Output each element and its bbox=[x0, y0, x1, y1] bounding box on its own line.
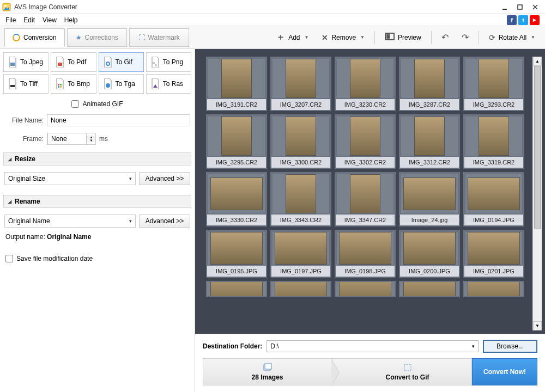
menu-view[interactable]: View bbox=[39, 15, 60, 25]
browse-button[interactable]: Browse... bbox=[483, 340, 537, 353]
thumbnail-caption: IMG_3347.CR2 bbox=[336, 215, 395, 225]
thumbnail-item[interactable]: IMG_0194.JPG bbox=[463, 172, 524, 226]
thumbnail-item[interactable]: IMG_0200.JPG bbox=[399, 230, 460, 278]
rotate-all-button[interactable]: ⟳ Rotate All ▼ bbox=[483, 29, 541, 46]
thumbnail-caption: IMG_0197.JPG bbox=[271, 266, 330, 277]
minimize-button[interactable] bbox=[497, 2, 512, 13]
menu-file[interactable]: File bbox=[2, 15, 19, 25]
thumbnail-grid: IMG_3191.CR2IMG_3207.CR2IMG_3230.CR2IMG_… bbox=[206, 57, 532, 297]
rename-header[interactable]: ◢ Rename bbox=[3, 195, 191, 208]
file-name-input[interactable] bbox=[47, 114, 190, 126]
format-bmp-button[interactable]: To Bmp bbox=[51, 74, 96, 94]
thumbnail-item[interactable]: IMG_3330.CR2 bbox=[206, 172, 267, 226]
vertical-scrollbar[interactable]: ▲ ▼ bbox=[532, 57, 542, 330]
right-panel: IMG_3191.CR2IMG_3207.CR2IMG_3230.CR2IMG_… bbox=[195, 49, 545, 392]
tab-watermark[interactable]: ⛶ Watermark bbox=[129, 28, 189, 47]
rename-advanced-button[interactable]: Advanced >> bbox=[139, 215, 190, 228]
thumbnail-item[interactable]: IMG_3295.CR2 bbox=[206, 114, 267, 169]
tab-corrections[interactable]: ★ Corrections bbox=[67, 28, 127, 47]
svg-rect-11 bbox=[153, 62, 155, 64]
thumbnail-item[interactable]: IMG_0197.JPG bbox=[270, 230, 331, 278]
scroll-down-button[interactable]: ▼ bbox=[533, 321, 542, 330]
thumbnail-item[interactable] bbox=[206, 281, 267, 297]
thumbnail-item[interactable]: IMG_3300.CR2 bbox=[270, 114, 331, 169]
remove-button[interactable]: ✕ Remove ▼ bbox=[316, 29, 370, 46]
thumbnail-item[interactable] bbox=[399, 281, 460, 297]
resize-advanced-button[interactable]: Advanced >> bbox=[139, 172, 190, 185]
thumbnail-item[interactable]: Image_24.jpg bbox=[399, 172, 460, 226]
rotate-all-icon: ⟳ bbox=[489, 33, 495, 42]
rotate-right-button[interactable]: ↷ bbox=[456, 29, 474, 46]
thumbnail-item[interactable] bbox=[463, 281, 524, 297]
svg-rect-15 bbox=[60, 84, 62, 85]
scroll-up-button[interactable]: ▲ bbox=[533, 57, 542, 66]
plus-icon: ＋ bbox=[276, 32, 285, 43]
convert-now-button[interactable]: Convert Now! bbox=[472, 358, 537, 385]
resize-combo[interactable]: Original Size bbox=[4, 172, 136, 185]
thumbnail-item[interactable]: IMG_3347.CR2 bbox=[335, 172, 396, 226]
frame-input[interactable] bbox=[47, 133, 87, 145]
scroll-thumb[interactable] bbox=[534, 66, 541, 229]
thumbnail-item[interactable]: IMG_3312.CR2 bbox=[399, 114, 460, 169]
thumbnail-item[interactable]: IMG_3319.CR2 bbox=[463, 114, 524, 169]
format-pdf-button[interactable]: To Pdf bbox=[51, 52, 96, 72]
thumbnail-image bbox=[465, 59, 522, 98]
facebook-icon[interactable]: f bbox=[507, 15, 517, 25]
youtube-icon[interactable]: ▸ bbox=[530, 15, 540, 25]
format-gif-button[interactable]: To Gif bbox=[99, 52, 144, 72]
thumbnail-item[interactable]: IMG_0198.JPG bbox=[335, 230, 396, 278]
thumbnail-image bbox=[272, 232, 329, 265]
format-tiff-button[interactable]: To Tiff bbox=[3, 74, 49, 94]
format-tga-button[interactable]: To Tga bbox=[99, 74, 144, 94]
thumbnail-caption: IMG_3319.CR2 bbox=[464, 157, 523, 168]
animated-gif-checkbox[interactable] bbox=[71, 100, 79, 108]
thumbnail-item[interactable]: IMG_3230.CR2 bbox=[335, 57, 396, 111]
thumbnail-item[interactable] bbox=[270, 281, 331, 297]
maximize-button[interactable] bbox=[512, 2, 528, 13]
thumbnail-item[interactable]: IMG_0201.JPG bbox=[463, 230, 524, 278]
fmt-label: To Pdf bbox=[68, 58, 86, 66]
ras-icon bbox=[151, 78, 160, 89]
conversion-icon bbox=[13, 34, 20, 41]
svg-rect-21 bbox=[404, 364, 411, 371]
svg-rect-9 bbox=[58, 63, 62, 66]
menu-edit[interactable]: Edit bbox=[20, 15, 38, 25]
thumbnail-caption: IMG_3330.CR2 bbox=[207, 215, 266, 225]
format-png-button[interactable]: To Png bbox=[146, 52, 191, 72]
add-button[interactable]: ＋ Add ▼ bbox=[271, 29, 314, 46]
save-date-label: Save file modification date bbox=[16, 255, 93, 262]
collapse-icon: ◢ bbox=[8, 199, 11, 204]
thumbnail-image bbox=[465, 117, 522, 156]
file-name-label: File Name: bbox=[4, 117, 44, 124]
twitter-icon[interactable]: t bbox=[518, 15, 528, 25]
output-name-label: Output name: bbox=[5, 233, 45, 241]
preview-button[interactable]: Preview bbox=[379, 29, 427, 46]
save-date-checkbox[interactable] bbox=[5, 255, 13, 262]
format-jpeg-button[interactable]: To Jpeg bbox=[3, 52, 49, 72]
thumbnail-item[interactable]: IMG_3191.CR2 bbox=[206, 57, 267, 111]
format-ras-button[interactable]: To Ras bbox=[146, 74, 191, 94]
svg-rect-3 bbox=[518, 5, 522, 9]
thumbnail-item[interactable] bbox=[335, 281, 396, 297]
spin-down[interactable]: ▼ bbox=[87, 139, 95, 142]
thumbnail-item[interactable]: IMG_3302.CR2 bbox=[335, 114, 396, 169]
thumbnail-item[interactable]: IMG_3287.CR2 bbox=[399, 57, 460, 111]
adv-label: Advanced >> bbox=[146, 217, 184, 225]
scroll-track[interactable] bbox=[533, 66, 542, 321]
bottom-bar: Destination Folder: D:\ Browse... 28 Ima… bbox=[195, 334, 545, 392]
thumbnail-item[interactable]: IMG_3343.CR2 bbox=[270, 172, 331, 226]
menu-help[interactable]: Help bbox=[61, 15, 81, 25]
resize-header[interactable]: ◢ Resize bbox=[3, 152, 191, 166]
thumbnail-item[interactable]: IMG_0195.JPG bbox=[206, 230, 267, 278]
frame-spinner[interactable]: ▲▼ bbox=[47, 133, 96, 145]
destination-combo[interactable]: D:\ bbox=[267, 340, 479, 352]
close-button[interactable] bbox=[528, 2, 543, 13]
thumbnail-item[interactable]: IMG_3207.CR2 bbox=[270, 57, 331, 111]
fmt-label: To Bmp bbox=[68, 80, 90, 88]
svg-rect-20 bbox=[265, 364, 271, 369]
rename-combo[interactable]: Original Name bbox=[4, 215, 136, 228]
rotate-left-button[interactable]: ↶ bbox=[436, 29, 454, 46]
tab-conversion[interactable]: Conversion bbox=[4, 28, 65, 47]
thumbnail-item[interactable]: IMG_3293.CR2 bbox=[463, 57, 524, 111]
app-icon bbox=[2, 3, 11, 11]
